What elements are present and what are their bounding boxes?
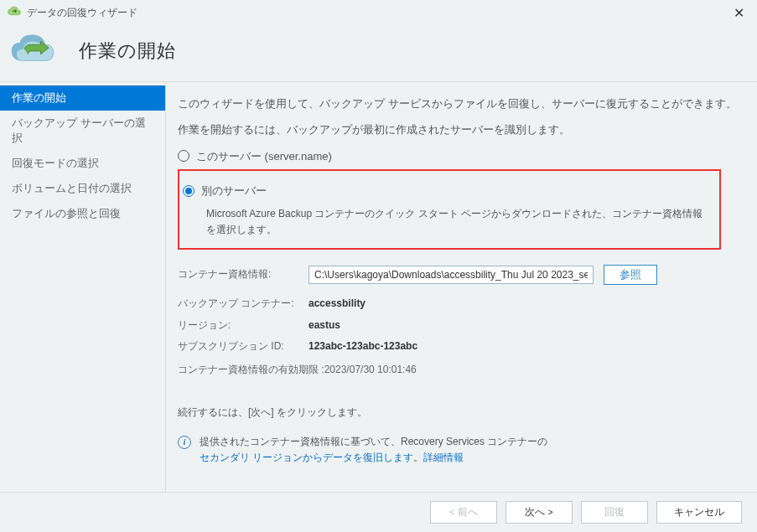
radio-other-server[interactable]: 別のサーバー [183, 181, 711, 200]
info-text: 提供されたコンテナー資格情報に基づいて、Recovery Services コン… [200, 434, 547, 466]
radio-this-server[interactable]: このサーバー (server.name) [178, 147, 737, 166]
info-block: i 提供されたコンテナー資格情報に基づいて、Recovery Services … [178, 434, 737, 466]
container-row: バックアップ コンテナー: accessbility [178, 295, 737, 313]
sidebar-item-select-server[interactable]: バックアップ サーバーの選択 [0, 111, 165, 151]
sidebar-item-getting-started[interactable]: 作業の開始 [0, 85, 165, 111]
radio-other-label: 別のサーバー [201, 181, 267, 200]
close-icon[interactable]: ✕ [727, 5, 750, 21]
credential-label: コンテナー資格情報: [178, 266, 309, 284]
cancel-button[interactable]: キャンセル [656, 501, 742, 524]
region-row: リージョン: eastus [178, 317, 737, 335]
footer: < 前へ 次へ > 回復 キャンセル [0, 492, 757, 532]
titlebar: データの回復ウィザード ✕ [0, 0, 757, 25]
expiry-row: コンテナー資格情報の有効期限 : 2023/07/30 10:01:46 [178, 361, 737, 380]
radio-selected-icon [183, 185, 194, 197]
header: 作業の開始 [0, 25, 757, 82]
sidebar-item-recovery-mode[interactable]: 回復モードの選択 [0, 151, 165, 176]
intro-text-2: 作業を開始するには、バックアップが最初に作成されたサーバーを識別します。 [178, 120, 737, 139]
credential-row: コンテナー資格情報: 参照 [178, 265, 737, 285]
subscription-row: サブスクリプション ID: 123abc-123abc-123abc [178, 338, 737, 356]
body: 作業の開始 バックアップ サーバーの選択 回復モードの選択 ボリュームと日付の選… [0, 82, 757, 494]
info-icon: i [178, 436, 191, 449]
radio-unselected-icon [178, 150, 189, 162]
info-link[interactable]: セカンダリ リージョンからデータを復旧します。詳細情報 [200, 452, 464, 463]
expiry-label: コンテナー資格情報の有効期限 : [178, 361, 324, 380]
sidebar: 作業の開始 バックアップ サーバーの選択 回復モードの選択 ボリュームと日付の選… [0, 82, 166, 494]
subscription-value: 123abc-123abc-123abc [309, 338, 417, 356]
prev-button: < 前へ [430, 501, 497, 524]
radio-other-description: Microsoft Azure Backup コンテナーのクイック スタート ペ… [206, 206, 711, 238]
intro-text-1: このウィザードを使用して、バックアップ サービスからファイルを回復し、サーバーに… [178, 94, 737, 113]
continue-hint: 続行するには、[次へ] をクリックします。 [178, 404, 737, 422]
sidebar-item-browse-recover[interactable]: ファイルの参照と回復 [0, 201, 165, 226]
cloud-large-icon [8, 32, 57, 70]
main-content: このウィザードを使用して、バックアップ サービスからファイルを回復し、サーバーに… [166, 82, 757, 494]
credential-input[interactable] [309, 266, 594, 284]
expiry-value: 2023/07/30 10:01:46 [324, 361, 417, 380]
region-value: eastus [309, 317, 340, 335]
container-value: accessbility [309, 295, 366, 313]
cloud-icon [7, 6, 22, 20]
radio-this-label: このサーバー (server.name) [196, 147, 332, 166]
next-button[interactable]: 次へ > [506, 501, 573, 524]
highlight-box: 別のサーバー Microsoft Azure Backup コンテナーのクイック… [178, 169, 721, 250]
browse-button[interactable]: 参照 [604, 265, 657, 285]
window-title: データの回復ウィザード [27, 6, 137, 20]
sidebar-item-volume-date[interactable]: ボリュームと日付の選択 [0, 176, 165, 201]
container-label: バックアップ コンテナー: [178, 295, 309, 313]
subscription-label: サブスクリプション ID: [178, 338, 309, 356]
region-label: リージョン: [178, 317, 309, 335]
page-title: 作業の開始 [79, 39, 176, 64]
recover-button: 回復 [581, 501, 648, 524]
